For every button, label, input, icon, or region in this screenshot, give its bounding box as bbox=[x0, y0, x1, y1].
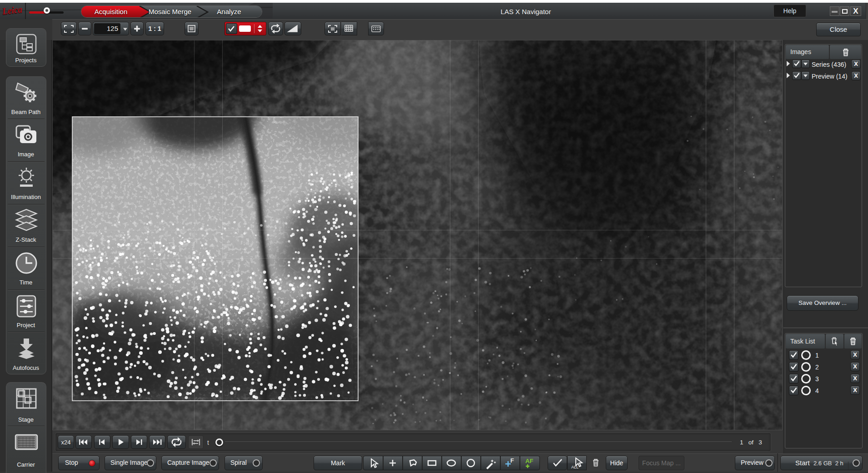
svg-text:F: F bbox=[510, 457, 514, 464]
svg-text:AF: AF bbox=[525, 458, 533, 464]
svg-text:ALL: ALL bbox=[571, 465, 579, 469]
